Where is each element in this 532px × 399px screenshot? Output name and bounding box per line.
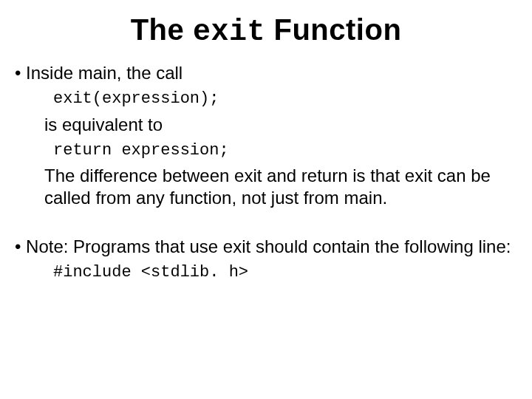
- bullet-1-lead: • Inside main, the call: [15, 62, 517, 84]
- slide: The exit Function • Inside main, the cal…: [0, 0, 532, 399]
- bullet-1-mid: is equivalent to: [44, 114, 517, 136]
- bullet-1-code-1: exit(expression);: [53, 89, 517, 109]
- bullet-1-tail: The difference between exit and return i…: [44, 165, 517, 209]
- bullet-2-lead: • Note: Programs that use exit should co…: [15, 236, 517, 258]
- spacer: [15, 214, 517, 236]
- slide-title: The exit Function: [15, 13, 517, 49]
- bullet-1-code-2: return expression;: [53, 140, 517, 161]
- slide-body: • Inside main, the call exit(expression)…: [15, 62, 517, 283]
- bullet-2-lead-text: • Note: Programs that use exit should co…: [15, 236, 517, 258]
- title-part2: Function: [265, 13, 401, 46]
- bullet-2-code: #include <stdlib. h>: [53, 262, 517, 283]
- title-part1: The: [131, 13, 193, 46]
- title-mono: exit: [193, 16, 265, 49]
